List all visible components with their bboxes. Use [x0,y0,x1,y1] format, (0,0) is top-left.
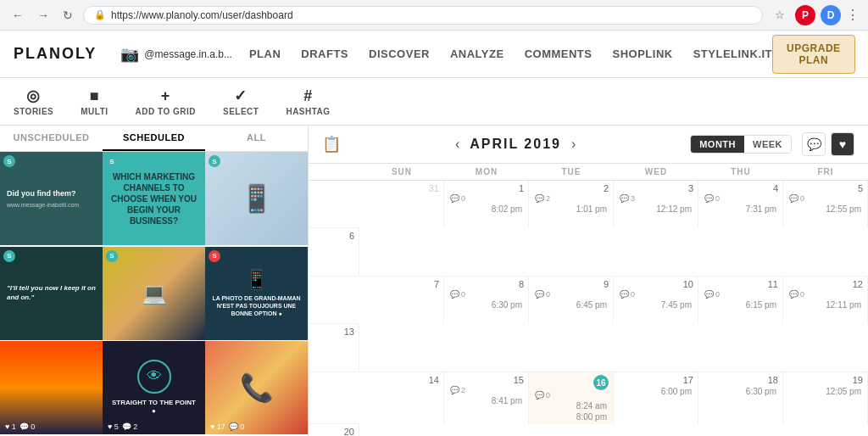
cal-cell-w1-d5[interactable]: 12💬012:11 pm [783,277,868,324]
clipboard-button[interactable]: 📋 [322,135,341,154]
browser-icons: ☆ P D ⋮ [770,5,860,25]
cal-cell-w2-d6[interactable]: 20 [309,424,359,436]
tab-scheduled[interactable]: SCHEDULED [103,126,205,151]
cal-cell-w2-d1[interactable]: 15💬28:41 pm [444,372,529,424]
calendar-header: 📋 ‹ APRIL 2019 › MONTH WEEK 💬 ♥ [309,126,868,164]
main-layout: UNSCHEDULED SCHEDULED ALL S Did you find… [0,126,868,436]
tabs: UNSCHEDULED SCHEDULED ALL [0,126,308,152]
nav-analyze[interactable]: ANALYZE [450,48,504,60]
account-badge[interactable]: 📷 @message.in.a.b... [120,45,232,64]
cell-badge-4: S [3,250,15,262]
comment-cal-button[interactable]: 💬 [802,132,826,156]
tool-stories[interactable]: ◎ STORIES [14,87,53,116]
nav-comments[interactable]: COMMENTS [525,48,593,60]
nav-plan[interactable]: PLAN [249,48,281,60]
forward-button[interactable]: → [34,7,53,24]
cal-cell-w2-d0[interactable]: 14 [359,372,444,424]
image-grid: S Did you find them? www.message-inabott… [0,152,308,436]
cell-8-bottom: ♥ 5💬 2 [108,422,137,431]
grid-cell-5[interactable]: S 💻 [103,247,205,340]
nav-discover[interactable]: DISCOVER [369,48,430,60]
calendar-title-area: ‹ APRIL 2019 › [351,133,680,155]
cal-icons: 💬 ♥ [802,132,854,156]
calendar-month-title: APRIL 2019 [470,137,561,152]
cell-9-bottom: ♥ 17💬 0 [210,422,244,431]
grid-cell-6[interactable]: S 📱 LA PHOTO DE GRAND-MAMAN N'EST PAS TO… [205,247,308,340]
cal-cell-w2-d2[interactable]: 16💬08:24 am8:00 pm [529,372,614,424]
cell-text-6: LA PHOTO DE GRAND-MAMAN N'EST PAS TOUJOU… [212,294,301,317]
url-bar[interactable]: 🔒 https://www.planoly.com/user/dashboard [83,6,763,25]
cal-cell-w1-d3[interactable]: 10💬07:45 pm [614,277,698,324]
tool-hashtag[interactable]: # HASHTAG [286,87,330,116]
cal-cell-w2-d5[interactable]: 1912:05 pm [783,372,868,424]
cell-text-4: "I'll tell you now I keep it on and on." [7,284,96,302]
next-month-button[interactable]: › [568,133,579,155]
grid-cell-1[interactable]: S Did you find them? www.message-inabott… [0,152,103,245]
back-button[interactable]: ← [8,7,27,24]
nav-stylelink[interactable]: STYLELINK.IT [693,48,772,60]
nav-drafts[interactable]: DRAFTS [301,48,348,60]
lock-icon: 🔒 [94,9,106,20]
month-view-button[interactable]: MONTH [691,136,744,153]
cal-cell-w1-d1[interactable]: 8💬06:30 pm [444,277,529,324]
tab-unscheduled[interactable]: UNSCHEDULED [0,126,103,151]
day-tue: TUE [529,164,614,180]
day-wed: WED [614,164,698,180]
cal-cell-w0-d5[interactable]: 5💬012:55 pm [783,181,868,228]
stories-icon: ◎ [26,87,41,105]
cell-badge-5: S [106,250,118,262]
tool-select[interactable]: ✓ SELECT [223,87,259,116]
cal-cell-w2-d3[interactable]: 176:00 pm [614,372,698,424]
cal-cell-w0-d2[interactable]: 2💬21:01 pm [529,181,614,228]
tool-select-label: SELECT [223,107,259,116]
user-avatar[interactable]: D [821,5,841,25]
cal-cell-w0-d6[interactable]: 6 [309,228,359,276]
day-sun: SUN [359,164,444,180]
browser-bar: ← → ↻ 🔒 https://www.planoly.com/user/das… [0,0,868,31]
upgrade-button[interactable]: UPGRADE PLAN [772,35,855,74]
day-fri: FRI [783,164,868,180]
cell-text-1: Did you find them? [7,189,76,199]
prev-month-button[interactable]: ‹ [452,133,463,155]
grid-cell-4[interactable]: S "I'll tell you now I keep it on and on… [0,247,103,340]
refresh-button[interactable]: ↻ [59,7,76,24]
tool-multi[interactable]: ■ MULTI [81,87,108,116]
pinterest-icon[interactable]: P [795,5,815,25]
grid-cell-2[interactable]: S WHICH MARKETING CHANNELS TO CHOOSE WHE… [103,152,205,245]
account-name: @message.in.a.b... [144,48,232,60]
cal-cell-w1-d4[interactable]: 11💬06:15 pm [698,277,783,324]
cell-text-8: STRAIGHT TO THE POINT ● [109,399,198,416]
cal-cell-w0-d3[interactable]: 3💬312:12 pm [614,181,698,228]
cal-body: 311💬08:02 pm2💬21:01 pm3💬312:12 pm4💬07:31… [309,181,868,436]
select-icon: ✓ [234,87,248,105]
cal-cell-w1-d6[interactable]: 13 [309,324,359,372]
grid-cell-7[interactable]: ♥ 1💬 0 [0,341,103,434]
cal-cell-w0-d4[interactable]: 4💬07:31 pm [698,181,783,228]
tab-all[interactable]: ALL [205,126,308,151]
cal-cell-w0-d1[interactable]: 1💬08:02 pm [444,181,529,228]
tool-add-grid[interactable]: + ADD TO GRID [136,87,196,116]
cell-badge-3: S [209,155,220,167]
cal-cell-w2-d4[interactable]: 186:30 pm [698,372,783,424]
day-header-empty [309,164,359,180]
cell-7-bottom: ♥ 1💬 0 [5,422,35,431]
nav-shoplink[interactable]: SHOPLINK [613,48,673,60]
tool-hashtag-label: HASHTAG [286,107,330,116]
heart-cal-button[interactable]: ♥ [831,132,854,156]
tool-multi-label: MULTI [81,107,108,116]
view-toggle: MONTH WEEK [690,135,792,154]
left-panel: UNSCHEDULED SCHEDULED ALL S Did you find… [0,126,309,436]
right-panel: 📋 ‹ APRIL 2019 › MONTH WEEK 💬 ♥ SUN MON … [309,126,868,436]
account-icon: 📷 [120,45,139,64]
cal-cell-w1-d0[interactable]: 7 [359,277,444,324]
week-view-button[interactable]: WEEK [744,136,791,153]
browser-menu[interactable]: ⋮ [846,7,860,23]
star-button[interactable]: ☆ [770,5,790,25]
week-num-0 [309,181,359,228]
week-num-1 [309,277,359,324]
cal-cell-w1-d2[interactable]: 9💬06:45 pm [529,277,614,324]
grid-cell-3[interactable]: S 📱 [205,152,308,245]
cal-cell-w0-d0[interactable]: 31 [359,181,444,228]
grid-cell-8[interactable]: 👁 STRAIGHT TO THE POINT ● ♥ 5💬 2 [103,341,205,434]
grid-cell-9[interactable]: 📞 ♥ 17💬 0 [205,341,308,434]
